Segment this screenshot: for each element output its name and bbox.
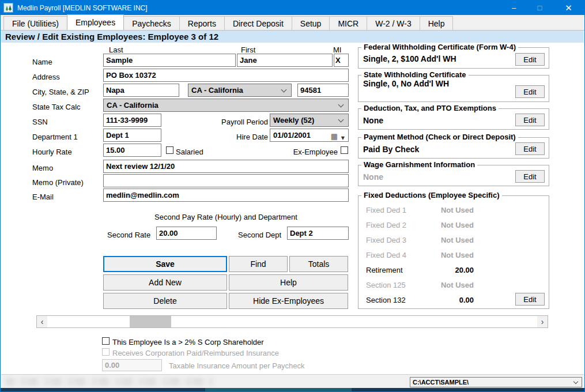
add-new-button[interactable]: Add New: [103, 274, 227, 291]
fixed-ded-2-value: Not Used: [393, 221, 474, 229]
page-title: Review / Edit Existing Employees: Employ…: [1, 31, 584, 43]
minimize-icon[interactable]: –: [501, 1, 527, 15]
s-corp-shareholder-checkbox[interactable]: [102, 337, 110, 345]
fixed-deductions-title: Fixed Deductions (Employee Specific): [361, 191, 502, 199]
federal-withholding-group: Federal Withholding Certificate (Form W-…: [358, 47, 549, 69]
fixed-ded-4-value: Not Used: [393, 251, 474, 259]
memo-private-input[interactable]: [103, 174, 349, 187]
payment-method-title: Payment Method (Check or Direct Deposit): [361, 133, 518, 141]
scroll-right-icon[interactable]: ›: [537, 316, 548, 327]
second-rate-label: Second Rate: [107, 231, 150, 239]
state-select-value: CA - California: [191, 86, 243, 95]
tab-reports[interactable]: Reports: [179, 16, 225, 30]
hourly-rate-input[interactable]: [103, 144, 161, 157]
salaried-checkbox[interactable]: [166, 146, 173, 154]
taxable-insurance-amount-label: Taxable Insurance Amount per Paycheck: [169, 361, 305, 370]
wage-garnishment-group: Wage Garnishment Information None Edit: [358, 165, 549, 186]
tab-paychecks[interactable]: Paychecks: [123, 16, 180, 30]
zip-input[interactable]: [297, 84, 349, 97]
ssn-input[interactable]: [103, 114, 161, 127]
tab-setup[interactable]: Setup: [292, 16, 330, 30]
email-label: E-Mail: [32, 193, 54, 201]
tab-direct-deposit[interactable]: Direct Deposit: [224, 16, 292, 30]
find-button[interactable]: Find: [229, 256, 288, 272]
first-name-input[interactable]: [237, 54, 333, 67]
memo-label: Memo: [32, 164, 53, 172]
wage-garnishment-title: Wage Garnishment Information: [361, 160, 477, 169]
employee-scrollbar[interactable]: ‹ ›: [36, 315, 548, 328]
memo-input[interactable]: [103, 160, 349, 173]
delete-button[interactable]: Delete: [103, 293, 227, 309]
redacted-status-text: [6, 378, 213, 386]
tab-w2-w3[interactable]: W-2 / W-3: [367, 16, 420, 30]
window-title: Medlin Payroll [MEDLIN SOFTWARE INC]: [17, 4, 148, 12]
data-path-select[interactable]: C:\ACCT\SAMPLE\: [410, 377, 582, 387]
hide-ex-employees-button[interactable]: Hide Ex-Employees: [229, 293, 348, 309]
state-withholding-edit-button[interactable]: Edit: [515, 85, 545, 98]
scrollbar-thumb[interactable]: [130, 316, 171, 327]
state-tax-calc-select[interactable]: CA - California: [103, 99, 349, 112]
email-input[interactable]: [103, 189, 349, 202]
chevron-down-icon: [281, 87, 287, 93]
chevron-down-icon: [338, 117, 344, 123]
hire-date-picker[interactable]: 01/01/2001 ▦ ▼: [270, 129, 349, 142]
tab-micr[interactable]: MICR: [329, 16, 367, 30]
ex-employee-checkbox[interactable]: [341, 146, 348, 154]
dropdown-arrow-icon: ▼: [341, 132, 345, 144]
exemptions-value: None: [363, 116, 383, 125]
department-1-label: Department 1: [32, 133, 78, 141]
section-125-value: Not Used: [393, 281, 474, 289]
department-1-input[interactable]: [103, 129, 161, 142]
chevron-down-icon: [573, 379, 578, 384]
payroll-period-select[interactable]: Weekly (52): [270, 114, 349, 127]
scroll-left-icon[interactable]: ‹: [37, 316, 47, 327]
chevron-down-icon: [338, 102, 344, 108]
hire-date-value: 01/01/2001: [273, 131, 311, 140]
maximize-icon[interactable]: □: [527, 1, 553, 15]
second-dept-label: Second Dept: [238, 231, 281, 239]
ex-employee-label: Ex-Employee: [269, 148, 338, 156]
corp-insurance-label: Receives Corporation Paid/Reimbursed Ins…: [112, 349, 279, 357]
payroll-period-label: Payroll Period: [199, 118, 268, 126]
payment-method-edit-button[interactable]: Edit: [515, 142, 545, 155]
second-dept-input[interactable]: [287, 227, 349, 240]
federal-withholding-edit-button[interactable]: Edit: [515, 53, 545, 66]
exemptions-edit-button[interactable]: Edit: [515, 114, 545, 126]
first-column-header: First: [241, 46, 255, 54]
data-path-value: C:\ACCT\SAMPLE\: [413, 379, 469, 386]
hourly-rate-label: Hourly Rate: [32, 148, 72, 156]
title-bar: Medlin Payroll [MEDLIN SOFTWARE INC] – □…: [1, 1, 584, 15]
payroll-period-value: Weekly (52): [273, 116, 314, 125]
fixed-deductions-edit-button[interactable]: Edit: [515, 293, 545, 306]
state-withholding-title: State Withholding Certificate: [361, 70, 469, 79]
city-state-zip-label: City, State, & ZIP: [32, 88, 89, 96]
state-tax-calc-label: State Tax Calc: [32, 103, 81, 111]
close-icon[interactable]: ✕: [553, 1, 584, 15]
hire-date-label: Hire Date: [199, 133, 268, 141]
memo-private-label: Memo (Private): [32, 178, 84, 187]
second-rate-input[interactable]: [156, 227, 217, 240]
desktop-edge: [1, 388, 585, 392]
help-button[interactable]: Help: [229, 274, 348, 291]
payment-method-value: Paid By Check: [363, 145, 419, 154]
tab-employees[interactable]: Employees: [67, 14, 124, 30]
retirement-value: 20.00: [393, 266, 474, 274]
last-name-input[interactable]: [103, 54, 236, 67]
salaried-label: Salaried: [176, 148, 203, 156]
totals-button[interactable]: Totals: [289, 256, 348, 272]
tab-file-utilities[interactable]: File (Utilities): [3, 16, 67, 30]
taxable-insurance-amount-input: [102, 359, 162, 371]
state-select[interactable]: CA - California: [188, 84, 292, 97]
app-icon: [3, 3, 13, 13]
address-input[interactable]: [103, 69, 349, 82]
second-pay-section-title: Second Pay Rate (Hourly) and Department: [103, 213, 349, 221]
state-withholding-group: State Withholding Certificate Single, 0,…: [358, 75, 549, 102]
tab-help[interactable]: Help: [420, 16, 454, 30]
wage-garnishment-edit-button[interactable]: Edit: [515, 170, 545, 183]
city-input[interactable]: [103, 84, 179, 97]
s-corp-shareholder-label: This Employee Is a > 2% S Corp Sharehold…: [112, 338, 264, 346]
middle-initial-input[interactable]: [334, 54, 349, 67]
mi-column-header: MI: [333, 46, 341, 54]
save-button[interactable]: Save: [103, 256, 227, 272]
status-bar: C:\ACCT\SAMPLE\: [1, 374, 584, 388]
